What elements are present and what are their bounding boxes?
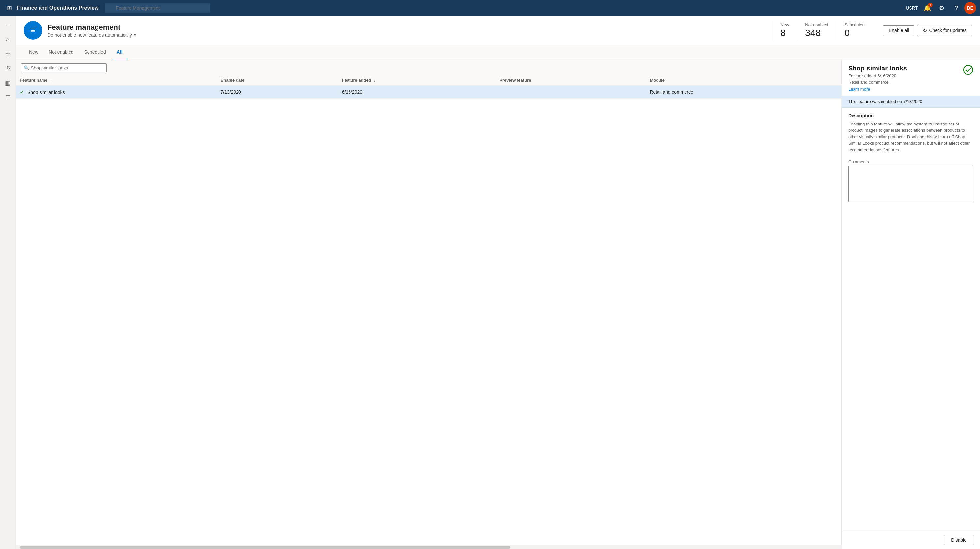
col-feature-name-sort-icon: ↑ — [50, 78, 52, 82]
enabled-check-icon: ✓ — [20, 89, 24, 95]
learn-more-link[interactable]: Learn more — [848, 87, 870, 92]
col-preview-feature[interactable]: Preview feature — [495, 75, 646, 86]
tabs-bar: New Not enabled Scheduled All — [16, 45, 980, 59]
detail-pane: Shop similar looks Feature added 6/16/20… — [842, 59, 980, 549]
tab-all[interactable]: All — [111, 45, 128, 59]
stat-scheduled: Scheduled 0 — [836, 21, 872, 40]
stat-not-enabled: Not enabled 348 — [797, 21, 836, 40]
stat-not-enabled-value: 348 — [805, 27, 828, 38]
main-layout: ≡ ⌂ ☆ ⏱ ▦ ☰ ≡ Feature management Do not … — [0, 16, 980, 549]
user-avatar[interactable]: BE — [964, 2, 976, 14]
col-feature-name-label: Feature name — [20, 78, 48, 83]
feature-enabled-banner: This feature was enabled on 7/13/2020 — [842, 96, 980, 108]
table-wrapper: Feature name ↑ Enable date Feature added… — [16, 75, 841, 545]
apps-icon[interactable]: ⊞ — [4, 3, 14, 13]
comments-label: Comments — [848, 159, 974, 164]
table-search-icon: 🔍 — [24, 65, 29, 70]
detail-body: Description Enabling this feature will a… — [842, 108, 980, 531]
check-updates-label: Check for updates — [929, 28, 966, 33]
table-pane: 🔍 Feature name ↑ — [16, 59, 842, 549]
table-row[interactable]: ✓ Shop similar looks 7/13/2020 6/16/2020… — [16, 85, 841, 99]
col-preview-feature-label: Preview feature — [500, 78, 531, 83]
check-updates-button[interactable]: ↻ Check for updates — [917, 25, 972, 36]
nav-modules[interactable]: ☰ — [1, 91, 14, 104]
header-actions: Enable all ↻ Check for updates — [883, 25, 972, 36]
stat-scheduled-value: 0 — [844, 27, 864, 38]
notification-badge: 1 — [928, 3, 932, 7]
col-module-label: Module — [650, 78, 665, 83]
detail-title: Shop similar looks — [848, 65, 907, 72]
stat-new-label: New — [780, 22, 789, 27]
page-header: ≡ Feature management Do not enable new f… — [16, 16, 980, 45]
enabled-banner-text: This feature was enabled on 7/13/2020 — [848, 99, 922, 104]
horizontal-scrollbar[interactable] — [16, 545, 841, 549]
row-feature-name-text: Shop similar looks — [27, 89, 65, 95]
row-module: Retail and commerce — [646, 85, 841, 99]
col-feature-name[interactable]: Feature name ↑ — [16, 75, 217, 86]
description-text: Enabling this feature will allow the sys… — [848, 121, 974, 153]
tab-not-enabled[interactable]: Not enabled — [43, 45, 79, 59]
disable-button[interactable]: Disable — [944, 535, 974, 545]
help-button[interactable]: ? — [950, 1, 963, 14]
global-search-input[interactable] — [105, 3, 210, 13]
refresh-icon: ↻ — [923, 27, 927, 33]
chevron-down-icon: ▾ — [134, 33, 136, 37]
top-navigation: ⊞ Finance and Operations Preview 🔍 USRT … — [0, 0, 980, 16]
table-search-input[interactable] — [21, 63, 107, 72]
topnav-right: USRT 🔔 1 ⚙ ? BE — [905, 1, 976, 14]
detail-header: Shop similar looks Feature added 6/16/20… — [842, 59, 980, 96]
tab-new[interactable]: New — [24, 45, 43, 59]
row-enable-date: 7/13/2020 — [217, 85, 338, 99]
row-preview-feature — [495, 85, 646, 99]
description-title: Description — [848, 113, 974, 118]
table-search-wrap: 🔍 — [21, 63, 107, 72]
page-subtitle[interactable]: Do not enable new features automatically… — [48, 32, 767, 38]
detail-title-area: Shop similar looks Feature added 6/16/20… — [848, 65, 907, 92]
feature-enabled-icon — [963, 65, 974, 77]
svg-point-0 — [964, 65, 973, 75]
stats-area: New 8 Not enabled 348 Scheduled 0 — [772, 21, 873, 40]
page-title-area: Feature management Do not enable new fea… — [48, 23, 767, 38]
search-bar-area: 🔍 — [16, 59, 841, 75]
page-title: Feature management — [48, 23, 767, 32]
nav-recent[interactable]: ⏱ — [1, 62, 14, 75]
notifications-button[interactable]: 🔔 1 — [921, 1, 934, 14]
features-table: Feature name ↑ Enable date Feature added… — [16, 75, 841, 99]
username-label: USRT — [905, 5, 918, 11]
left-navigation: ≡ ⌂ ☆ ⏱ ▦ ☰ — [0, 16, 16, 549]
col-enable-date-label: Enable date — [221, 78, 245, 83]
table-section: 🔍 Feature name ↑ — [16, 59, 980, 549]
col-enable-date[interactable]: Enable date — [217, 75, 338, 86]
nav-workspaces[interactable]: ▦ — [1, 76, 14, 89]
nav-home[interactable]: ⌂ — [1, 33, 14, 46]
stat-new-value: 8 — [780, 27, 789, 38]
comments-textarea[interactable] — [848, 165, 974, 202]
col-feature-added[interactable]: Feature added ↓ — [338, 75, 495, 86]
col-feature-added-sort-icon: ↓ — [374, 78, 375, 82]
nav-favorites[interactable]: ☆ — [1, 48, 14, 60]
app-title: Finance and Operations Preview — [17, 5, 99, 11]
col-feature-added-label: Feature added — [342, 78, 371, 83]
nav-hamburger[interactable]: ≡ — [1, 18, 14, 32]
content-area: ≡ Feature management Do not enable new f… — [16, 16, 980, 549]
row-feature-name: ✓ Shop similar looks — [16, 85, 217, 99]
detail-meta-line1: Feature added 6/16/2020 — [848, 73, 907, 78]
search-wrap: 🔍 — [105, 3, 237, 13]
row-feature-added: 6/16/2020 — [338, 85, 495, 99]
scrollbar-track — [20, 546, 510, 549]
stat-not-enabled-label: Not enabled — [805, 22, 828, 27]
detail-meta-line2: Retail and commerce — [848, 80, 907, 84]
subtitle-text: Do not enable new features automatically — [48, 32, 132, 38]
stat-new: New 8 — [772, 21, 797, 40]
col-module[interactable]: Module — [646, 75, 841, 86]
page-icon: ≡ — [24, 21, 42, 40]
enable-all-button[interactable]: Enable all — [883, 25, 915, 35]
settings-button[interactable]: ⚙ — [935, 1, 948, 14]
stat-scheduled-label: Scheduled — [844, 22, 864, 27]
detail-footer: Disable — [842, 531, 980, 549]
tab-scheduled[interactable]: Scheduled — [79, 45, 111, 59]
